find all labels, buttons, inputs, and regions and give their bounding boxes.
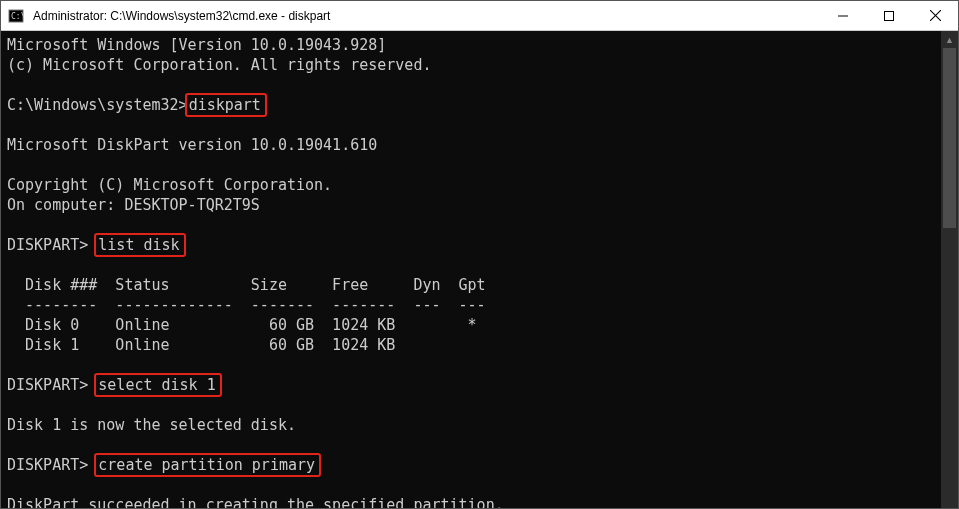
blank [7,115,935,135]
prompt-create-partition: DISKPART> create partition primary [7,455,935,475]
msg-create: DiskPart succeeded in creating the speci… [7,495,935,508]
cmd-select-disk: select disk 1 [94,373,221,397]
table-row: Disk 0 Online 60 GB 1024 KB * [7,315,935,335]
blank [7,435,935,455]
blank [7,475,935,495]
msg-select: Disk 1 is now the selected disk. [7,415,935,435]
table-header: Disk ### Status Size Free Dyn Gpt [7,275,935,295]
diskpart-version: Microsoft DiskPart version 10.0.19041.61… [7,135,935,155]
cmd-diskpart: diskpart [185,93,267,117]
scroll-thumb[interactable] [943,48,956,228]
table-sep: -------- ------------- ------- ------- -… [7,295,935,315]
scrollbar[interactable]: ▲ [941,31,958,508]
blank [7,155,935,175]
blank [7,255,935,275]
prompt-list-disk: DISKPART> list disk [7,235,935,255]
window-title: Administrator: C:\Windows\system32\cmd.e… [31,9,820,23]
terminal-output[interactable]: Microsoft Windows [Version 10.0.19043.92… [1,31,941,508]
cmd-create-partition: create partition primary [94,453,321,477]
computer-name: On computer: DESKTOP-TQR2T9S [7,195,935,215]
cmd-window: C:\ Administrator: C:\Windows\system32\c… [0,0,959,509]
cmd-icon: C:\ [1,8,31,24]
close-button[interactable] [912,1,958,31]
header-line-1: Microsoft Windows [Version 10.0.19043.92… [7,35,935,55]
prompt-select-disk: DISKPART> select disk 1 [7,375,935,395]
table-row: Disk 1 Online 60 GB 1024 KB [7,335,935,355]
cmd-list-disk: list disk [94,233,185,257]
blank [7,395,935,415]
scroll-up-icon[interactable]: ▲ [941,31,958,48]
titlebar[interactable]: C:\ Administrator: C:\Windows\system32\c… [1,1,958,31]
maximize-button[interactable] [866,1,912,31]
blank [7,355,935,375]
blank [7,75,935,95]
prompt-prefix: DISKPART> [7,236,97,254]
prompt-prefix: DISKPART> [7,456,97,474]
svg-text:C:\: C:\ [11,12,24,21]
prompt-prefix: DISKPART> [7,376,97,394]
header-line-2: (c) Microsoft Corporation. All rights re… [7,55,935,75]
prompt-diskpart: C:\Windows\system32>diskpart [7,95,935,115]
prompt-prefix: C:\Windows\system32> [7,96,188,114]
svg-rect-3 [885,11,894,20]
copyright: Copyright (C) Microsoft Corporation. [7,175,935,195]
blank [7,215,935,235]
minimize-button[interactable] [820,1,866,31]
terminal-area: Microsoft Windows [Version 10.0.19043.92… [1,31,958,508]
